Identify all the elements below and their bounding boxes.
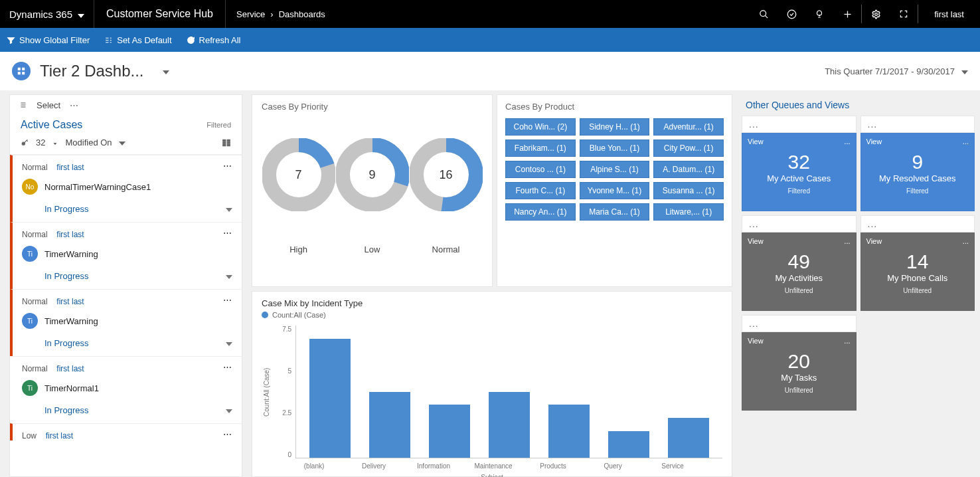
- tile-view-link[interactable]: View: [748, 337, 764, 345]
- case-list-item[interactable]: Low first last ⋯: [10, 423, 242, 440]
- user-menu[interactable]: first last: [918, 9, 980, 19]
- donut-high[interactable]: 7 High: [262, 138, 335, 254]
- app-hub-link[interactable]: Customer Service Hub: [94, 0, 226, 28]
- case-owner-link[interactable]: first last: [56, 230, 84, 239]
- tile-view-link[interactable]: View: [866, 138, 882, 145]
- lightbulb-icon[interactable]: [805, 0, 833, 28]
- tile-options-button[interactable]: ...: [844, 138, 850, 145]
- dashboard-selector-button[interactable]: [163, 66, 169, 76]
- tile-options-button[interactable]: ...: [963, 138, 969, 145]
- bar[interactable]: [309, 339, 351, 458]
- product-tag[interactable]: Adventur... (1): [653, 118, 724, 136]
- bar-plot-area: [295, 326, 722, 458]
- refresh-all-button[interactable]: Refresh All: [187, 35, 241, 45]
- tile-label: My Tasks: [748, 373, 850, 383]
- sort-field-selector[interactable]: Modified On: [65, 138, 112, 147]
- tile-view-link[interactable]: View: [748, 237, 764, 245]
- product-tag[interactable]: Contoso ... (1): [505, 161, 576, 178]
- svg-point-0: [760, 10, 766, 16]
- product-tag[interactable]: City Pow... (1): [653, 140, 724, 157]
- gear-icon[interactable]: [862, 0, 890, 28]
- set-as-default-button[interactable]: Set As Default: [104, 35, 171, 45]
- queue-tile[interactable]: View... 20 My Tasks Unfiltered: [742, 332, 856, 411]
- active-cases-title: Active Cases: [21, 119, 82, 131]
- svg-point-5: [874, 13, 877, 15]
- case-owner-link[interactable]: first last: [46, 431, 73, 440]
- product-tag[interactable]: Sidney H... (1): [580, 118, 650, 136]
- tile-more-button[interactable]: ...: [742, 215, 856, 233]
- search-icon[interactable]: [750, 0, 777, 28]
- bar[interactable]: [429, 405, 470, 458]
- chevron-down-icon[interactable]: [226, 338, 232, 348]
- case-title: TimerWarning: [44, 249, 98, 259]
- product-tag[interactable]: Litware,... (1): [653, 203, 724, 221]
- case-more-button[interactable]: ⋯: [223, 295, 232, 305]
- product-tag[interactable]: Susanna ... (1): [653, 182, 724, 199]
- case-owner-link[interactable]: first last: [56, 163, 84, 172]
- case-list-item[interactable]: Normal first last ⋯TiTimerNormal1 In Pro…: [10, 356, 242, 423]
- case-list-item[interactable]: Normal first last ⋯TiTimerWarning In Pro…: [10, 289, 242, 356]
- fullscreen-icon[interactable]: [890, 0, 918, 28]
- tile-options-button[interactable]: ...: [963, 237, 969, 245]
- tile-options-button[interactable]: ...: [844, 237, 850, 245]
- product-tag[interactable]: Fabrikam... (1): [505, 140, 576, 157]
- queue-tile[interactable]: View... 9 My Resolved Cases Filtered: [860, 133, 975, 211]
- chevron-down-icon[interactable]: [226, 405, 232, 415]
- tile-view-link[interactable]: View: [866, 237, 882, 245]
- bar[interactable]: [489, 392, 530, 458]
- product-tag[interactable]: Maria Ca... (1): [580, 203, 650, 221]
- product-tag[interactable]: Alpine S... (1): [580, 161, 650, 178]
- product-tag[interactable]: Coho Win... (2): [505, 118, 576, 136]
- view-layout-icon[interactable]: [222, 138, 231, 147]
- bar[interactable]: [548, 405, 590, 458]
- queue-tile[interactable]: View... 32 My Active Cases Filtered: [742, 133, 856, 211]
- y-axis-label: Count:All (Case): [262, 326, 272, 458]
- case-list-item[interactable]: Normal first last ⋯NoNormalTimerWarningC…: [10, 155, 242, 222]
- case-owner-link[interactable]: first last: [56, 364, 84, 373]
- product-tag[interactable]: Fourth C... (1): [505, 182, 576, 199]
- case-status: In Progress: [44, 338, 88, 348]
- x-tick: (blank): [293, 462, 335, 470]
- bar[interactable]: [369, 392, 410, 458]
- donut-value: 16: [440, 168, 453, 182]
- product-tag[interactable]: A. Datum... (1): [653, 161, 724, 178]
- product-tag[interactable]: Nancy An... (1): [505, 203, 576, 221]
- cases-by-priority-chart: Cases By Priority 7 High 9 Low 16 Normal: [252, 94, 493, 287]
- chevron-down-icon[interactable]: [226, 271, 232, 281]
- case-more-button[interactable]: ⋯: [223, 228, 232, 238]
- chevron-down-icon[interactable]: [226, 204, 232, 214]
- breadcrumb-service[interactable]: Service: [236, 9, 265, 19]
- page-title: Tier 2 Dashb...: [40, 62, 144, 80]
- task-check-icon[interactable]: [777, 0, 805, 28]
- donut-normal[interactable]: 16 Normal: [410, 138, 483, 254]
- product-tag[interactable]: Yvonne M... (1): [580, 182, 650, 199]
- queue-tile[interactable]: View... 14 My Phone Calls Unfiltered: [860, 233, 975, 311]
- more-options-button[interactable]: ⋯: [70, 100, 79, 110]
- add-icon[interactable]: [833, 0, 861, 28]
- select-button[interactable]: Select: [37, 100, 60, 110]
- breadcrumb-dashboards[interactable]: Dashboards: [279, 9, 325, 19]
- queue-tile[interactable]: View... 49 My Activities Unfiltered: [742, 233, 856, 311]
- brand-menu[interactable]: Dynamics 365: [0, 0, 94, 28]
- tile-more-button[interactable]: ...: [742, 116, 856, 133]
- case-more-button[interactable]: ⋯: [223, 429, 232, 439]
- product-tag[interactable]: Blue Yon... (1): [580, 140, 650, 157]
- bar[interactable]: [608, 431, 649, 458]
- show-global-filter-button[interactable]: Show Global Filter: [7, 35, 90, 45]
- tile-options-button[interactable]: ...: [844, 337, 850, 345]
- tile-view-link[interactable]: View: [748, 138, 764, 145]
- tile-more-button[interactable]: ...: [860, 116, 975, 133]
- list-icon: [18, 101, 27, 109]
- tile-count: 14: [866, 250, 969, 273]
- donut-low[interactable]: 9 Low: [336, 138, 409, 254]
- tile-more-button[interactable]: ...: [860, 215, 975, 233]
- case-more-button[interactable]: ⋯: [223, 362, 232, 372]
- case-owner-link[interactable]: first last: [56, 297, 84, 306]
- tile-more-button[interactable]: ...: [742, 315, 856, 332]
- tile-label: My Activities: [748, 273, 850, 283]
- date-range-selector[interactable]: This Quarter 7/1/2017 - 9/30/2017: [825, 66, 968, 76]
- case-priority: Low: [22, 431, 37, 440]
- case-list-item[interactable]: Normal first last ⋯TiTimerWarning In Pro…: [10, 222, 242, 289]
- case-more-button[interactable]: ⋯: [223, 161, 232, 171]
- bar[interactable]: [668, 418, 709, 458]
